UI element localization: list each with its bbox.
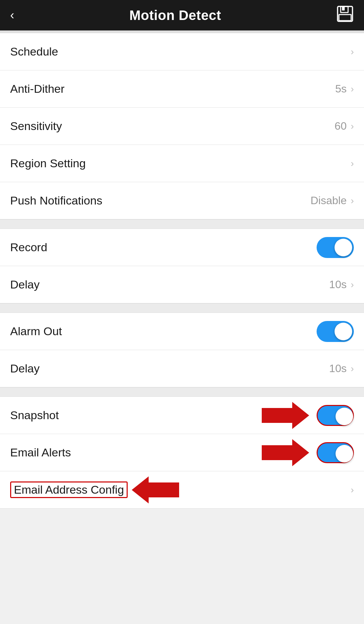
snapshot-toggle[interactable] — [317, 405, 354, 426]
header: ‹ Motion Detect — [0, 0, 364, 30]
delay-alarm-label: Delay — [10, 362, 40, 375]
push-notifications-label: Push Notifications — [10, 194, 102, 207]
svg-marker-6 — [132, 476, 179, 503]
top-separator — [0, 30, 364, 33]
schedule-label: Schedule — [10, 45, 58, 58]
sensitivity-label: Sensitivity — [10, 120, 62, 133]
delay-record-value: 10s — [329, 278, 347, 291]
alarm-out-row[interactable]: Alarm Out — [0, 313, 364, 350]
anti-dither-value: 5s — [335, 83, 347, 95]
delay-alarm-chevron: › — [351, 363, 354, 374]
back-button[interactable]: ‹ — [10, 8, 14, 22]
record-toggle[interactable] — [317, 237, 354, 258]
sensitivity-row[interactable]: Sensitivity 60 › — [0, 108, 364, 145]
email-alerts-row[interactable]: Email Alerts — [0, 434, 364, 471]
delay-record-right: 10s › — [329, 278, 354, 291]
email-alerts-toggle-knob — [336, 445, 353, 462]
email-alerts-label: Email Alerts — [10, 446, 71, 459]
save-button[interactable] — [336, 5, 354, 25]
group-gap-3 — [0, 387, 364, 397]
anti-dither-label: Anti-Dither — [10, 82, 65, 95]
delay-record-row[interactable]: Delay 10s › — [0, 266, 364, 303]
schedule-row[interactable]: Schedule › — [0, 33, 364, 70]
record-right — [317, 237, 354, 258]
delay-record-label: Delay — [10, 278, 40, 291]
email-address-config-row[interactable]: Email Address Config › — [0, 471, 364, 509]
email-address-config-label: Email Address Config — [10, 481, 128, 498]
sensitivity-right: 60 › — [335, 120, 354, 132]
schedule-chevron: › — [351, 46, 354, 57]
email-alerts-right — [262, 439, 354, 466]
snapshot-row[interactable]: Snapshot — [0, 397, 364, 434]
sensitivity-chevron: › — [351, 121, 354, 132]
email-config-left: Email Address Config — [10, 476, 179, 503]
record-row[interactable]: Record — [0, 229, 364, 266]
delay-record-chevron: › — [351, 279, 354, 290]
delay-alarm-value: 10s — [329, 362, 347, 375]
region-setting-label: Region Setting — [10, 157, 86, 170]
push-notifications-right: Disable › — [311, 194, 354, 207]
email-config-red-arrow-icon — [132, 476, 179, 503]
svg-rect-0 — [338, 6, 352, 21]
snapshot-red-arrow-icon — [262, 402, 309, 429]
anti-dither-chevron: › — [351, 84, 354, 94]
group-gap-1 — [0, 219, 364, 229]
email-config-right: › — [351, 485, 354, 495]
push-notifications-chevron: › — [351, 195, 354, 206]
alarm-out-toggle-knob — [335, 323, 352, 340]
sensitivity-value: 60 — [335, 120, 347, 132]
svg-rect-3 — [339, 15, 351, 21]
alarm-out-right — [317, 321, 354, 342]
schedule-right: › — [351, 46, 354, 57]
svg-marker-5 — [262, 439, 309, 466]
snapshot-toggle-knob — [336, 408, 353, 425]
page-title: Motion Detect — [129, 8, 221, 23]
push-notifications-row[interactable]: Push Notifications Disable › — [0, 182, 364, 219]
alarm-out-toggle[interactable] — [317, 321, 354, 342]
svg-marker-4 — [262, 402, 309, 429]
email-alerts-red-arrow-icon — [262, 439, 309, 466]
region-setting-chevron: › — [351, 158, 354, 169]
anti-dither-right: 5s › — [335, 83, 354, 95]
region-setting-right: › — [351, 158, 354, 169]
push-notifications-value: Disable — [311, 194, 347, 207]
email-config-chevron: › — [351, 485, 354, 495]
svg-rect-2 — [342, 6, 345, 10]
delay-alarm-row[interactable]: Delay 10s › — [0, 350, 364, 387]
group-gap-2 — [0, 303, 364, 313]
anti-dither-row[interactable]: Anti-Dither 5s › — [0, 70, 364, 108]
email-alerts-toggle[interactable] — [317, 442, 354, 463]
main-content: Schedule › Anti-Dither 5s › Sensitivity … — [0, 33, 364, 509]
delay-alarm-right: 10s › — [329, 362, 354, 375]
region-setting-row[interactable]: Region Setting › — [0, 145, 364, 182]
record-toggle-knob — [335, 239, 352, 256]
snapshot-right — [262, 402, 354, 429]
snapshot-label: Snapshot — [10, 409, 59, 422]
alarm-out-label: Alarm Out — [10, 325, 62, 338]
record-label: Record — [10, 241, 47, 254]
